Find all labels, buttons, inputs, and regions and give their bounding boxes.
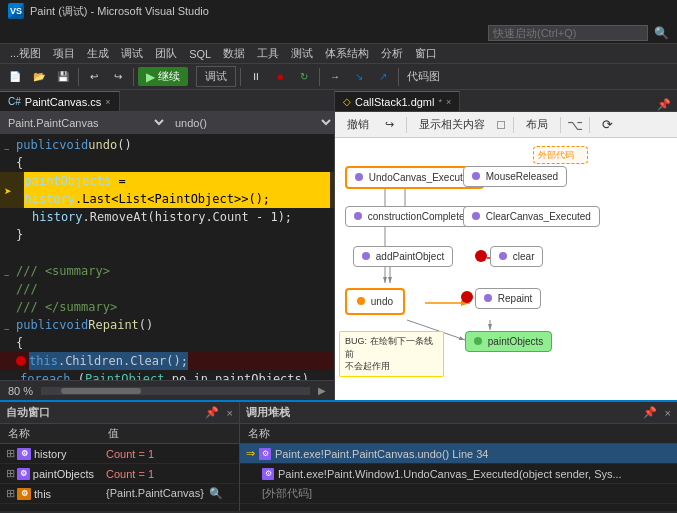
red-dot-clear: [475, 250, 487, 262]
menu-arch[interactable]: 体系结构: [319, 44, 375, 63]
var-value-this: {Paint.PaintCanvas} 🔍: [100, 487, 229, 500]
diagram-canvas[interactable]: 外部代码 UndoCanvas_Executed MouseReleased c…: [335, 138, 677, 400]
menu-project[interactable]: 项目: [47, 44, 81, 63]
menu-debug[interactable]: 调试: [115, 44, 149, 63]
stack-label-0: Paint.exe!Paint.PaintCanvas.undo() Line …: [275, 448, 488, 460]
open-file-button[interactable]: 📂: [28, 66, 50, 88]
menu-analyze[interactable]: 分析: [375, 44, 409, 63]
zoom-bar: 80 % ▶: [0, 380, 334, 400]
expand-paintobjects[interactable]: ⊞: [6, 467, 15, 480]
dt-sep-3: [560, 117, 561, 133]
fold-icon[interactable]: −: [4, 320, 14, 330]
menu-tools[interactable]: 工具: [251, 44, 285, 63]
code-line-8: ///: [0, 280, 334, 298]
pin-button[interactable]: 📌: [651, 98, 677, 111]
restart-button[interactable]: ↻: [293, 66, 315, 88]
node-add-paint-object[interactable]: addPaintObject: [353, 246, 453, 267]
undo-button[interactable]: ↩: [83, 66, 105, 88]
active-stack-arrow: ⇒: [246, 447, 255, 460]
undo-diagram-button[interactable]: 撤销: [341, 115, 375, 134]
step-over-button[interactable]: →: [324, 66, 346, 88]
fold-icon[interactable]: −: [4, 140, 14, 150]
node-repaint[interactable]: Repaint: [475, 288, 541, 309]
window-title: Paint (调试) - Microsoft Visual Studio: [30, 4, 209, 19]
expand-this[interactable]: ⊞: [6, 487, 15, 500]
class-dropdown[interactable]: Paint.PaintCanvas: [0, 112, 167, 133]
editor-pane: C# PaintCanvas.cs × Paint.PaintCanvas un…: [0, 90, 335, 400]
toolbar-sep-2: [133, 68, 134, 86]
fold-icon[interactable]: −: [4, 266, 14, 276]
stack-row-2[interactable]: [外部代码]: [240, 484, 677, 504]
node-construction-complete[interactable]: constructionComplete: [345, 206, 474, 227]
close-call-stack[interactable]: ×: [665, 407, 671, 419]
code-line-12: this.Children.Clear();: [0, 352, 334, 370]
fold-spacer: [4, 158, 14, 168]
menu-team[interactable]: 团队: [149, 44, 183, 63]
redo-diagram-button[interactable]: ↪: [379, 116, 400, 133]
code-editor[interactable]: − public void undo() { ➤ paintObjects = …: [0, 134, 334, 380]
vs-logo: VS: [8, 3, 24, 19]
pin-auto-window[interactable]: 📌: [205, 406, 219, 419]
method-dropdown[interactable]: undo(): [167, 112, 334, 133]
save-button[interactable]: 💾: [52, 66, 74, 88]
var-icon-history: ⚙: [17, 448, 31, 460]
toolbar-sep-3: [240, 68, 241, 86]
show-related-button[interactable]: 显示相关内容: [413, 115, 491, 134]
editor-tab-close[interactable]: ×: [105, 97, 110, 107]
var-row-history[interactable]: ⊞ ⚙ history Count = 1: [0, 444, 239, 464]
scroll-right-icon[interactable]: ▶: [318, 385, 326, 396]
node-icon: [355, 173, 363, 181]
menu-window[interactable]: 窗口: [409, 44, 443, 63]
continue-button[interactable]: ▶ 继续: [138, 67, 188, 86]
layout-button[interactable]: 布局: [520, 115, 554, 134]
menu-build[interactable]: 生成: [81, 44, 115, 63]
menu-data[interactable]: 数据: [217, 44, 251, 63]
search-this-icon[interactable]: 🔍: [209, 487, 223, 499]
node-undo[interactable]: undo: [345, 288, 405, 315]
editor-tab-paintcanvas[interactable]: C# PaintCanvas.cs ×: [0, 91, 120, 111]
main-content: C# PaintCanvas.cs × Paint.PaintCanvas un…: [0, 90, 677, 400]
code-line-10: − public void Repaint(): [0, 316, 334, 334]
stack-row-0[interactable]: ⇒ ⚙ Paint.exe!Paint.PaintCanvas.undo() L…: [240, 444, 677, 464]
menu-view[interactable]: ...视图: [4, 44, 47, 63]
node-clear-canvas-executed[interactable]: ClearCanvas_Executed: [463, 206, 600, 227]
menu-bar: ...视图 项目 生成 调试 团队 SQL 数据 工具 测试 体系结构 分析 窗…: [0, 44, 677, 64]
diagram-tab[interactable]: ◇ CallStack1.dgml * ×: [335, 91, 460, 111]
debug-dropdown[interactable]: 调试: [196, 66, 236, 87]
redo-button[interactable]: ↪: [107, 66, 129, 88]
call-stack-header: 调用堆栈 📌 ×: [240, 402, 677, 424]
call-stack-col-header: 名称: [240, 424, 677, 444]
var-row-paintobjects[interactable]: ⊞ ⚙ paintObjects Count = 1: [0, 464, 239, 484]
pause-button[interactable]: ⏸: [245, 66, 267, 88]
step-out-button[interactable]: ↗: [372, 66, 394, 88]
menu-sql[interactable]: SQL: [183, 46, 217, 62]
breakpoint-indicator: [16, 356, 26, 366]
step-into-button[interactable]: ↘: [348, 66, 370, 88]
pin-call-stack[interactable]: 📌: [643, 406, 657, 419]
fold-spacer: [4, 212, 14, 222]
node-clear[interactable]: clear: [490, 246, 543, 267]
refresh-button[interactable]: ⟳: [596, 115, 619, 134]
var-icon-this: ⚙: [17, 488, 31, 500]
dt-sep-1: [406, 117, 407, 133]
node-icon: [499, 252, 507, 260]
close-auto-window[interactable]: ×: [227, 407, 233, 419]
menu-test[interactable]: 测试: [285, 44, 319, 63]
fold-spacer: [14, 185, 23, 195]
code-line-4: history.RemoveAt(history.Count - 1);: [0, 208, 334, 226]
code-line-9: /// </summary>: [0, 298, 334, 316]
modified-indicator: *: [438, 97, 442, 107]
node-paint-objects[interactable]: paintObjects: [465, 331, 552, 352]
stack-row-1[interactable]: ⚙ Paint.exe!Paint.Window1.UndoCanvas_Exe…: [240, 464, 677, 484]
var-row-this[interactable]: ⊞ ⚙ this {Paint.PaintCanvas} 🔍: [0, 484, 239, 504]
code-map-button[interactable]: 代码图: [403, 69, 444, 84]
stop-button[interactable]: ■: [269, 66, 291, 88]
horizontal-scrollbar[interactable]: [41, 387, 310, 395]
fold-spacer: [4, 302, 14, 312]
expand-history[interactable]: ⊞: [6, 447, 15, 460]
quick-launch-input[interactable]: [488, 25, 648, 41]
diagram-tab-close[interactable]: ×: [446, 97, 451, 107]
new-file-button[interactable]: 📄: [4, 66, 26, 88]
stack-label-1: Paint.exe!Paint.Window1.UndoCanvas_Execu…: [278, 468, 622, 480]
node-mouse-released[interactable]: MouseReleased: [463, 166, 567, 187]
